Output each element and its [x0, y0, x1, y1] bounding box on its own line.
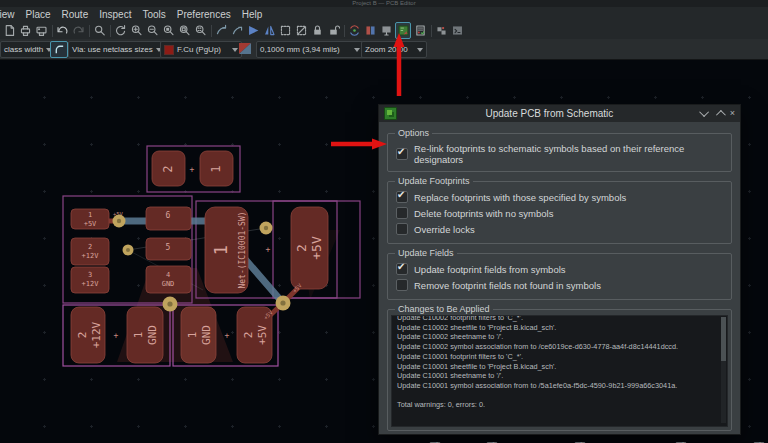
- via[interactable]: [123, 245, 134, 256]
- changes-group: Changes to Be Applied Update C10002 foot…: [387, 309, 732, 431]
- update-fields-row[interactable]: Update footprint fields from symbols: [396, 263, 723, 275]
- pad-number: 2: [88, 243, 92, 251]
- pad-net: +12V: [90, 321, 103, 348]
- plot-triangle-icon[interactable]: [246, 23, 260, 38]
- toolbar-separator: [89, 25, 90, 37]
- unlock-icon[interactable]: [326, 23, 340, 38]
- dialog-title: Update PCB from Schematic: [401, 108, 698, 119]
- menu-route[interactable]: Route: [62, 9, 89, 20]
- zoom-fit-icon[interactable]: [161, 23, 175, 38]
- update-footprints-icon[interactable]: [347, 23, 361, 38]
- delete-footprints-row[interactable]: Delete footprints with no symbols: [396, 207, 723, 219]
- override-locks-row[interactable]: Override locks: [396, 223, 723, 235]
- log-line: Update C10002 symbol association from to…: [397, 342, 722, 352]
- anchor-cross: +: [266, 245, 271, 254]
- via[interactable]: [163, 297, 178, 312]
- zoom-selection-icon[interactable]: [193, 23, 207, 38]
- menu-place[interactable]: Place: [26, 9, 51, 20]
- pad-net: +12V: [82, 280, 100, 288]
- pad-number: 5: [166, 243, 171, 252]
- import-arc-1-icon[interactable]: [214, 23, 228, 38]
- replace-footprints-label: Replace footprints with those specified …: [414, 192, 626, 203]
- refresh-view-icon[interactable]: [113, 23, 127, 38]
- track-width-value: class width: [4, 45, 43, 54]
- print-icon[interactable]: [18, 23, 32, 38]
- checkbox-unchecked-icon[interactable]: [396, 279, 408, 291]
- menu-help[interactable]: Help: [242, 9, 263, 20]
- show-filter-row: Show: All Errors 0 Warnings 0 Act: [387, 437, 732, 443]
- group-icon[interactable]: [278, 23, 292, 38]
- remove-fields-row[interactable]: Remove footprint fields not found in sym…: [396, 279, 723, 291]
- delete-footprints-label: Delete footprints with no symbols: [414, 208, 553, 219]
- ungroup-icon[interactable]: [294, 23, 308, 38]
- zoom-in-icon[interactable]: [129, 23, 143, 38]
- changes-group-label: Changes to Be Applied: [395, 304, 493, 314]
- grid-select[interactable]: 0,1000 mm (3,94 mils): [256, 41, 364, 58]
- pad-number: 2: [76, 332, 89, 339]
- new-board-icon[interactable]: [2, 23, 16, 38]
- 3d-viewer-icon[interactable]: [379, 23, 393, 38]
- zoom-value: Zoom 20,00: [365, 45, 408, 54]
- undo-icon[interactable]: [55, 23, 69, 38]
- changes-log[interactable]: Update C10002 footprint filters to 'C_*'…: [391, 315, 728, 427]
- zoom-out-icon[interactable]: [145, 23, 159, 38]
- checkbox-unchecked-icon[interactable]: [396, 223, 408, 235]
- layer-pair-icon[interactable]: [238, 42, 252, 55]
- pad-net: +12V: [82, 252, 100, 260]
- log-scrollbar[interactable]: [721, 317, 726, 423]
- update-fields-group-label: Update Fields: [395, 248, 457, 258]
- log-line: Update C10001 sheetname to '/'.: [397, 371, 722, 381]
- pad-net: GND: [146, 325, 159, 345]
- checkbox-checked-icon[interactable]: [396, 263, 408, 275]
- track-corner-mode-button[interactable]: [50, 41, 68, 58]
- zoom-select[interactable]: Zoom 20,00: [361, 41, 427, 58]
- checkbox-checked-icon[interactable]: [396, 148, 408, 160]
- via[interactable]: [276, 296, 291, 311]
- toolbar-separator: [211, 25, 212, 37]
- relink-footprints-row[interactable]: Re-link footprints to schematic symbols …: [396, 143, 723, 165]
- rolldown-icon[interactable]: [716, 110, 726, 120]
- pad-net: +5V: [309, 236, 324, 260]
- menu-inspect[interactable]: Inspect: [99, 9, 131, 20]
- zoom-objects-icon[interactable]: [177, 23, 191, 38]
- dialog-titlebar[interactable]: Update PCB from Schematic ×: [379, 105, 740, 122]
- via-size-select[interactable]: Via: use netclass sizes: [68, 41, 162, 58]
- track-width-select[interactable]: class width: [0, 41, 54, 58]
- menu-preferences[interactable]: Preferences: [177, 9, 231, 20]
- pad-number: 1: [211, 245, 231, 255]
- import-arc-2-icon[interactable]: [230, 23, 244, 38]
- update-pcb-from-schematic-icon[interactable]: [395, 22, 411, 39]
- pad-number: 2: [242, 332, 255, 339]
- pad-number: 1: [132, 332, 145, 339]
- design-rules-check-icon[interactable]: [413, 23, 427, 38]
- redo-icon[interactable]: [71, 23, 85, 38]
- plot-icon[interactable]: [34, 23, 48, 38]
- find-icon[interactable]: [92, 23, 106, 38]
- close-icon[interactable]: ×: [730, 109, 735, 118]
- log-line: Update C10001 symbol association from to…: [397, 381, 722, 391]
- footprint-library-icon[interactable]: [363, 23, 377, 38]
- window-titlebar: Project B — PCB Editor: [0, 0, 768, 7]
- scrollbar-thumb[interactable]: [721, 317, 726, 361]
- menu-view[interactable]: View: [0, 9, 15, 20]
- scripting-console-icon[interactable]: [450, 23, 464, 38]
- mirror-icon[interactable]: [262, 23, 276, 38]
- pad-net: GND: [162, 280, 175, 288]
- layer-select[interactable]: F.Cu (PgUp): [160, 41, 242, 58]
- checkbox-checked-icon[interactable]: [396, 191, 408, 203]
- replace-footprints-row[interactable]: Replace footprints with those specified …: [396, 191, 723, 203]
- via[interactable]: [113, 215, 126, 228]
- via[interactable]: [260, 222, 273, 235]
- lock-icon[interactable]: [310, 23, 324, 38]
- checkbox-unchecked-icon[interactable]: [396, 207, 408, 219]
- toolbar-separator: [344, 25, 345, 37]
- rollup-icon[interactable]: [699, 107, 709, 117]
- plugin-icon[interactable]: [434, 23, 448, 38]
- menu-tools[interactable]: Tools: [142, 9, 165, 20]
- toolbar-separator: [110, 25, 111, 37]
- pad-number: 4: [166, 271, 170, 279]
- menubar: View Place Route Inspect Tools Preferenc…: [0, 7, 768, 22]
- pcb-editor-window: Project B — PCB Editor View Place Route …: [0, 0, 768, 443]
- log-line: Update C10001 footprint filters to 'C_*'…: [397, 352, 722, 362]
- rounded-corner-icon: [54, 44, 65, 55]
